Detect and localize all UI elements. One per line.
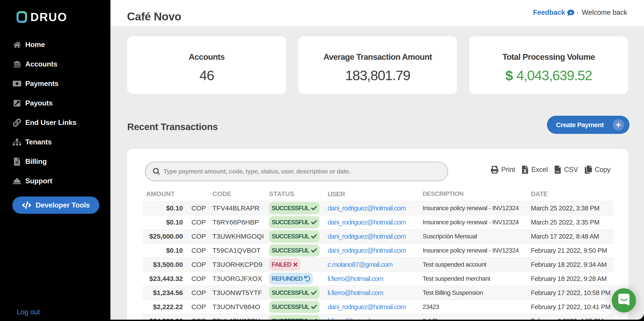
svg-text:csv: csv	[556, 170, 560, 173]
